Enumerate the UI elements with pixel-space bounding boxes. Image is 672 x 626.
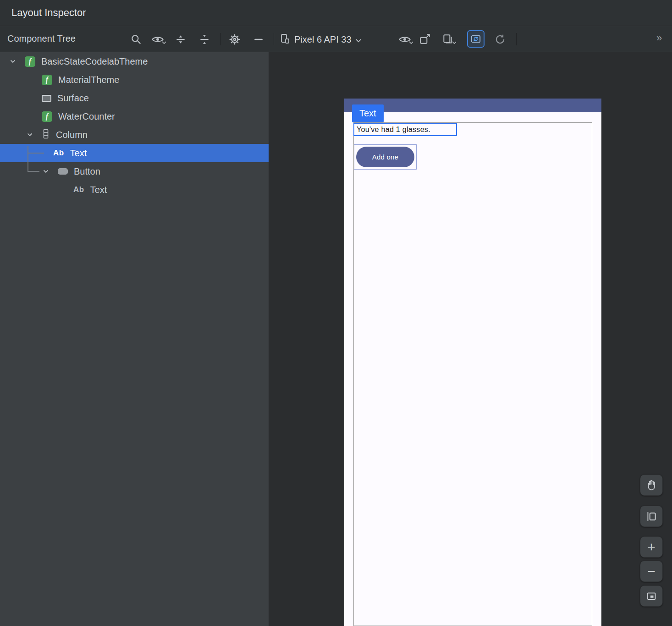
tree-item-label: Surface xyxy=(57,93,89,104)
zoom-to-fit-button[interactable] xyxy=(640,585,663,607)
toolbar-separator xyxy=(516,33,517,45)
tree-row-basicstatecodelabtheme[interactable]: f BasicStateCodelabTheme xyxy=(0,52,269,71)
zoom-out-button[interactable]: − xyxy=(640,560,663,582)
tree-row-text-child[interactable]: Ab Text xyxy=(0,181,269,199)
chevron-down-icon[interactable] xyxy=(41,168,50,175)
composable-icon: f xyxy=(42,111,52,122)
device-icon xyxy=(280,33,291,47)
tree-item-label: Button xyxy=(74,166,100,177)
visibility-eye-icon[interactable] xyxy=(151,33,165,46)
live-updates-toggle[interactable] xyxy=(467,30,485,48)
tree-item-label: Text xyxy=(70,148,87,159)
tree-item-label: WaterCounter xyxy=(58,111,115,122)
collapse-all-icon[interactable] xyxy=(198,33,211,46)
tree-connector-line xyxy=(28,146,28,172)
window-titlebar: Layout Inspector xyxy=(0,0,672,26)
column-icon xyxy=(42,129,50,141)
tree-row-materialtheme[interactable]: f MaterialTheme xyxy=(0,71,269,89)
text-composable-icon: Ab xyxy=(53,148,64,158)
hide-panel-icon[interactable] xyxy=(252,33,265,46)
device-selector[interactable]: Pixel 6 API 33 xyxy=(280,32,362,47)
gear-icon[interactable] xyxy=(228,33,242,46)
chevron-down-icon[interactable] xyxy=(8,58,17,65)
composable-icon: f xyxy=(42,75,52,85)
tree-item-label: MaterialTheme xyxy=(58,75,119,85)
tree-item-label: Text xyxy=(90,185,107,195)
device-selector-label: Pixel 6 API 33 xyxy=(294,34,352,45)
text-composable-icon: Ab xyxy=(73,185,84,194)
layers-3d-icon xyxy=(645,511,657,522)
add-one-button-label: Add one xyxy=(372,153,398,161)
toolbar-overflow-chevrons[interactable]: » xyxy=(656,32,662,44)
add-one-button[interactable]: Add one xyxy=(356,147,414,167)
refresh-icon[interactable] xyxy=(493,33,507,46)
button-composable-icon xyxy=(58,168,68,175)
minus-icon: − xyxy=(647,565,655,578)
selection-label: Text xyxy=(359,108,376,119)
button-component-bounds[interactable]: Add one xyxy=(354,144,417,170)
window-title: Layout Inspector xyxy=(11,7,86,19)
device-screen[interactable]: Text You've had 1 glasses. Add one xyxy=(344,99,601,626)
toolbar-separator xyxy=(220,33,221,45)
column-bounds-outline xyxy=(353,122,592,626)
tree-row-watercounter[interactable]: f WaterCounter xyxy=(0,107,269,126)
component-tree-panel[interactable]: f BasicStateCodelabTheme f MaterialTheme… xyxy=(0,52,269,626)
chevron-down-icon[interactable] xyxy=(25,131,34,138)
tree-item-label: BasicStateCodelabTheme xyxy=(41,56,148,67)
tree-connector-line xyxy=(28,171,39,172)
plus-icon: + xyxy=(647,540,655,554)
chevron-down-icon xyxy=(162,38,166,46)
zoom-in-button[interactable]: + xyxy=(640,536,663,558)
chevron-down-icon xyxy=(355,34,362,45)
tree-item-label: Column xyxy=(56,130,88,140)
toolbar-separator xyxy=(274,33,274,45)
expand-all-icon[interactable] xyxy=(174,33,187,46)
component-tree-title: Component Tree xyxy=(7,33,76,44)
surface-icon xyxy=(42,95,51,102)
search-icon[interactable] xyxy=(129,33,143,46)
tree-connector-line xyxy=(28,153,44,154)
take-screenshot-icon[interactable] xyxy=(418,33,432,46)
hand-icon xyxy=(645,479,657,491)
water-count-text: You've had 1 glasses. xyxy=(357,126,430,134)
layer-visibility-eye-icon[interactable] xyxy=(398,33,412,46)
tree-row-button[interactable]: Button xyxy=(0,162,269,181)
pan-mode-button[interactable] xyxy=(640,474,663,496)
toolbar: Component Tree Pixel 6 API 33 xyxy=(0,26,672,52)
chevron-down-icon xyxy=(452,38,457,46)
chevron-down-icon xyxy=(409,38,413,46)
3d-mode-button[interactable] xyxy=(640,505,663,527)
tree-row-column[interactable]: Column xyxy=(0,126,269,144)
selection-label-chip: Text xyxy=(352,104,384,122)
device-render-canvas[interactable]: Text You've had 1 glasses. Add one + − xyxy=(270,52,672,626)
selected-text-component[interactable]: You've had 1 glasses. xyxy=(353,123,457,136)
fit-screen-icon xyxy=(646,591,657,602)
composable-icon: f xyxy=(25,56,35,67)
tree-row-surface[interactable]: Surface xyxy=(0,89,269,107)
export-snapshot-icon[interactable] xyxy=(441,33,455,46)
